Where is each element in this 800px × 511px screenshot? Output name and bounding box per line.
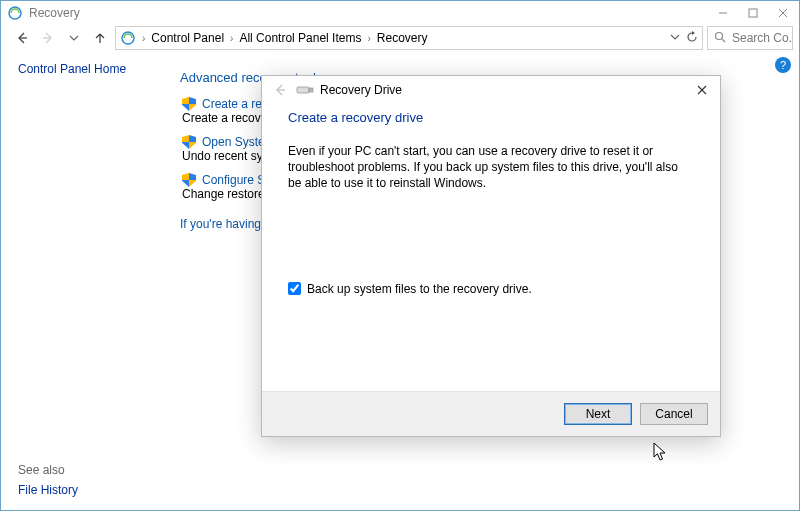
titlebar: Recovery: [1, 1, 799, 24]
close-button[interactable]: [768, 2, 798, 24]
chevron-right-icon: ›: [142, 33, 145, 44]
see-also-link[interactable]: File History: [18, 483, 170, 497]
search-input[interactable]: Search Co...: [707, 26, 793, 50]
backup-checkbox-label: Back up system files to the recovery dri…: [307, 282, 532, 296]
svg-rect-12: [309, 88, 313, 92]
dialog-footer: Next Cancel: [262, 391, 720, 436]
recovery-icon: [120, 30, 136, 46]
address-bar[interactable]: › Control Panel › All Control Panel Item…: [115, 26, 703, 50]
svg-rect-11: [297, 87, 309, 93]
recovery-icon: [7, 5, 23, 21]
dialog-close-button[interactable]: [690, 79, 714, 101]
window-title: Recovery: [29, 6, 80, 20]
svg-point-8: [716, 32, 723, 39]
svg-rect-2: [749, 9, 757, 17]
shield-icon: [182, 173, 196, 187]
refresh-icon[interactable]: [686, 31, 698, 46]
window-controls: [708, 2, 798, 24]
window: Recovery: [0, 0, 800, 511]
nav-forward-button[interactable]: [37, 27, 59, 49]
cancel-button[interactable]: Cancel: [640, 403, 708, 425]
nav-row: › Control Panel › All Control Panel Item…: [1, 24, 799, 52]
shield-icon: [182, 135, 196, 149]
dialog-wizard-name: Recovery Drive: [320, 83, 402, 97]
chevron-down-icon[interactable]: [670, 31, 680, 45]
dialog-body: Create a recovery drive Even if your PC …: [262, 104, 720, 391]
dialog-back-button: [270, 80, 290, 100]
see-also-heading: See also: [18, 463, 170, 477]
chevron-right-icon: ›: [367, 33, 370, 44]
dialog-text: Even if your PC can't start, you can use…: [288, 143, 694, 192]
search-icon: [714, 31, 726, 46]
sidebar-home-link[interactable]: Control Panel Home: [18, 62, 170, 76]
nav-recent-button[interactable]: [63, 27, 85, 49]
breadcrumb-segment[interactable]: All Control Panel Items: [239, 31, 361, 45]
dialog-heading: Create a recovery drive: [288, 110, 694, 125]
nav-back-button[interactable]: [11, 27, 33, 49]
shield-icon: [182, 97, 196, 111]
search-placeholder: Search Co...: [732, 31, 793, 45]
maximize-button[interactable]: [738, 2, 768, 24]
recovery-drive-dialog: Recovery Drive Create a recovery drive E…: [261, 75, 721, 437]
dialog-titlebar: Recovery Drive: [262, 76, 720, 104]
backup-checkbox[interactable]: [288, 282, 301, 295]
breadcrumb-segment[interactable]: Recovery: [377, 31, 428, 45]
nav-up-button[interactable]: [89, 27, 111, 49]
minimize-button[interactable]: [708, 2, 738, 24]
chevron-right-icon: ›: [230, 33, 233, 44]
sidebar: Control Panel Home See also File History: [2, 52, 170, 509]
see-also-section: See also File History: [18, 463, 170, 497]
svg-line-9: [722, 39, 725, 42]
breadcrumb-segment[interactable]: Control Panel: [151, 31, 224, 45]
next-button[interactable]: Next: [564, 403, 632, 425]
usb-drive-icon: [296, 83, 314, 97]
backup-checkbox-row[interactable]: Back up system files to the recovery dri…: [288, 282, 694, 296]
